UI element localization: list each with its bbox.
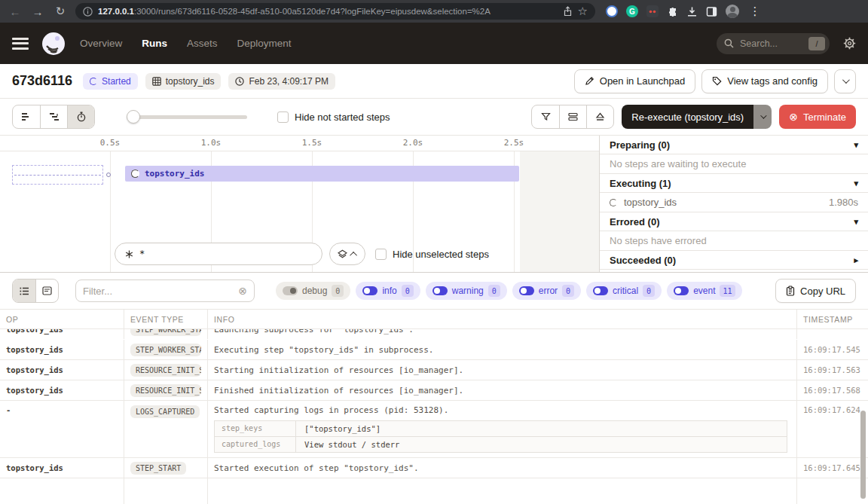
browser-menu-kebab-icon[interactable]: ⋮: [747, 5, 763, 18]
hide-unselected-checkbox[interactable]: Hide unselected steps: [375, 249, 489, 260]
log-level-toggle-error[interactable]: error 0: [512, 282, 581, 300]
log-level-toggle-debug[interactable]: debug 0: [276, 282, 350, 300]
log-op: topstory_ids: [0, 360, 124, 380]
panel-section-preparing[interactable]: Preparing (0) ▾: [600, 136, 868, 154]
clear-filter-icon[interactable]: ⊗: [238, 285, 247, 297]
job-name-tag[interactable]: topstory_ids: [145, 73, 222, 90]
log-level-toggle-info[interactable]: info 0: [356, 282, 420, 300]
structured-list-view-icon[interactable]: [13, 279, 35, 302]
panel-section-executing[interactable]: Executing (1) ▾: [600, 174, 868, 193]
log-level-toggle-event[interactable]: event 11: [667, 282, 741, 300]
log-row[interactable]: topstory_ids STEP_WORKER_STARTED Executi…: [0, 340, 868, 360]
view-tags-config-button[interactable]: View tags and config: [701, 69, 828, 93]
layers-icon: [338, 249, 347, 259]
axis-tick: 1.5s: [302, 138, 322, 148]
gantt-pending-step-box[interactable]: [12, 165, 103, 185]
bookmark-star-icon[interactable]: ☆: [578, 5, 588, 18]
column-header-info: INFO: [208, 310, 797, 328]
executing-step-elapsed: 1.980s: [829, 197, 858, 208]
log-filter-wrap: ⊗: [75, 279, 255, 302]
event-type-badge: STEP_START: [130, 462, 186, 475]
hamburger-menu-icon[interactable]: [12, 38, 29, 50]
eject-icon[interactable]: [586, 105, 613, 128]
copy-url-button[interactable]: Copy URL: [775, 279, 856, 303]
executing-step-row[interactable]: topstory_ids 1.980s: [600, 193, 868, 212]
extensions-puzzle-icon[interactable]: [667, 6, 678, 17]
browser-extensions-area: G ⋮: [606, 5, 763, 18]
run-header-more-button[interactable]: [834, 69, 856, 93]
section-title: Errored (0): [610, 216, 659, 228]
global-search-input[interactable]: Search... /: [717, 33, 830, 54]
level-count: 0: [488, 285, 500, 297]
logs-table: OP EVENT TYPE INFO TIMESTAMP topstory_id…: [0, 309, 868, 504]
logs-scrollbar-thumb[interactable]: [860, 411, 866, 499]
reexecute-button[interactable]: Re-execute (topstory_ids): [622, 105, 753, 129]
log-row[interactable]: topstory_ids RESOURCE_INIT_SUCC… Finishe…: [0, 380, 868, 401]
share-icon[interactable]: [563, 6, 573, 17]
extension-icon-grammarly[interactable]: G: [626, 5, 638, 17]
hide-not-started-label: Hide not started steps: [295, 111, 390, 123]
checkbox-icon[interactable]: [375, 249, 387, 260]
hide-not-started-checkbox[interactable]: Hide not started steps: [277, 111, 390, 123]
waterfall-view-icon[interactable]: [40, 105, 67, 128]
op-selector-icon: [124, 249, 134, 259]
extension-icon-blue[interactable]: [606, 5, 618, 17]
log-level-toggle-critical[interactable]: critical 0: [586, 282, 662, 300]
dagster-logo[interactable]: [41, 31, 66, 57]
nav-item-overview[interactable]: Overview: [80, 38, 122, 49]
settings-gear-icon[interactable]: [843, 37, 856, 50]
slider-knob[interactable]: [127, 110, 140, 124]
terminate-button[interactable]: ⊗ Terminate: [779, 105, 856, 129]
gantt-step-bar[interactable]: topstory_ids: [125, 166, 519, 182]
run-id: 673d6116: [12, 73, 72, 89]
panel-section-errored[interactable]: Errored (0) ▾: [600, 212, 868, 231]
log-row[interactable]: topstory_ids STEP_WORKER_STARTI… Launchi…: [0, 329, 868, 339]
timer-view-icon[interactable]: [67, 105, 94, 128]
nav-item-deployment[interactable]: Deployment: [237, 38, 292, 49]
rows-icon[interactable]: [559, 105, 586, 128]
browser-profile-avatar[interactable]: [726, 5, 739, 18]
selector-options-button[interactable]: [329, 243, 365, 265]
run-header: 673d6116 Started topstory_ids Feb 23, 4:…: [0, 64, 868, 99]
browser-reload-icon[interactable]: ↻: [53, 5, 68, 18]
log-row[interactable]: topstory_ids STEP_START Started executio…: [0, 458, 868, 478]
log-timestamp: [797, 329, 868, 339]
caret-right-icon: ▸: [854, 255, 858, 265]
browser-back-icon[interactable]: ←: [8, 5, 23, 18]
log-metadata-table: step_keys ["topstory_ids"] captured_logs…: [214, 420, 787, 453]
gantt-step-label: topstory_ids: [145, 169, 204, 179]
flat-view-icon[interactable]: [13, 105, 40, 128]
event-type-badge: LOGS_CAPTURED: [130, 405, 200, 418]
logs-table-header: OP EVENT TYPE INFO TIMESTAMP: [0, 310, 868, 329]
level-label: debug: [302, 286, 327, 296]
gantt-zoom-slider[interactable]: [127, 110, 247, 124]
browser-forward-icon[interactable]: →: [30, 5, 45, 18]
step-selector-input-wrap: [115, 243, 322, 265]
extension-icon-robot[interactable]: [646, 5, 659, 17]
step-status-panel: Preparing (0) ▾ No steps are waiting to …: [599, 136, 868, 272]
section-title: Executing (1): [610, 178, 671, 189]
view-stdout-stderr-link[interactable]: View stdout / stderr: [296, 437, 408, 452]
log-row[interactable]: topstory_ids RESOURCE_INIT_STAR… Startin…: [0, 360, 868, 380]
log-level-toggle-warning[interactable]: warning 0: [426, 282, 507, 300]
nav-item-runs[interactable]: Runs: [142, 38, 167, 49]
log-row-logs-captured[interactable]: - LOGS_CAPTURED Started capturing logs i…: [0, 401, 868, 458]
preparing-empty-message: No steps are waiting to execute: [600, 154, 868, 174]
open-in-launchpad-button[interactable]: Open in Launchpad: [574, 69, 695, 93]
log-info: Finished initialization of resources [io…: [208, 380, 797, 400]
filter-funnel-icon[interactable]: [532, 105, 559, 128]
reexecute-dropdown-button[interactable]: [753, 105, 772, 129]
sidebar-toggle-icon[interactable]: [706, 6, 717, 17]
raw-log-view-icon[interactable]: [35, 279, 58, 302]
log-filter-input[interactable]: [83, 286, 234, 297]
axis-tick: 2.5s: [504, 138, 524, 148]
step-selector-input[interactable]: [139, 249, 313, 259]
nav-item-assets[interactable]: Assets: [187, 38, 218, 49]
panel-section-succeeded[interactable]: Succeeded (0) ▸: [600, 251, 868, 270]
checkbox-icon[interactable]: [277, 111, 289, 123]
downloads-icon[interactable]: [686, 6, 698, 17]
browser-url-bar[interactable]: 127.0.0.1:3000/runs/673d6116-0528-45df-a…: [75, 3, 595, 20]
level-count: 0: [402, 285, 414, 297]
metadata-key: captured_logs: [215, 437, 296, 452]
page-info-icon[interactable]: [83, 7, 93, 17]
